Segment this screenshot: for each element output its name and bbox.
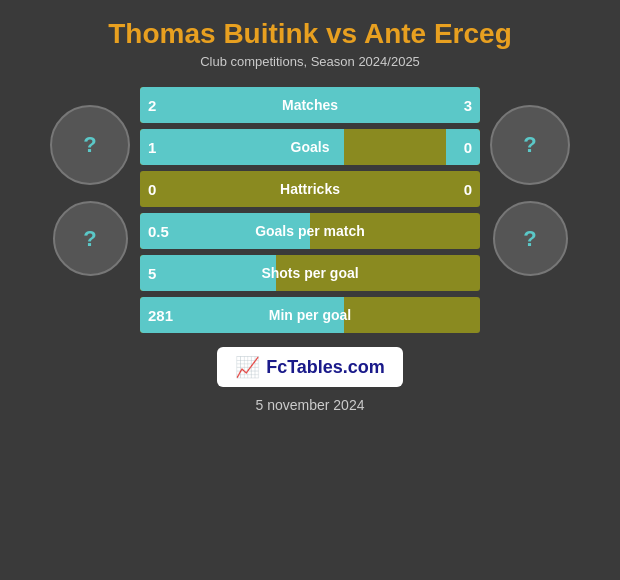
right-player-avatar-small: ?: [493, 201, 568, 276]
left-player-avatar: ?: [50, 105, 130, 185]
left-player-column: ? ?: [50, 87, 130, 276]
bar-bg-0: 2Matches3: [140, 87, 480, 123]
left-avatar-placeholder-small: ?: [83, 226, 96, 252]
stat-row-5: 281Min per goal: [140, 297, 480, 333]
bar-bg-3: 0.5Goals per match: [140, 213, 480, 249]
bar-right-value-2: 0: [464, 181, 472, 198]
bar-left-value-0: 2: [148, 97, 156, 114]
bar-label-4: Shots per goal: [261, 265, 358, 281]
right-player-avatar: ?: [490, 105, 570, 185]
bar-bg-4: 5Shots per goal: [140, 255, 480, 291]
stat-row-1: 1Goals0: [140, 129, 480, 165]
page-subtitle: Club competitions, Season 2024/2025: [200, 54, 420, 69]
date-text: 5 november 2024: [256, 397, 365, 413]
bar-right-value-0: 3: [464, 97, 472, 114]
main-container: Thomas Buitink vs Ante Erceg Club compet…: [0, 0, 620, 580]
bar-left-value-4: 5: [148, 265, 156, 282]
bar-left-value-3: 0.5: [148, 223, 169, 240]
bar-left-value-1: 1: [148, 139, 156, 156]
bars-column: 2Matches31Goals00Hattricks00.5Goals per …: [140, 87, 480, 333]
right-avatar-placeholder: ?: [523, 132, 536, 158]
bar-bg-1: 1Goals0: [140, 129, 480, 165]
bar-label-5: Min per goal: [269, 307, 351, 323]
bar-bg-2: 0Hattricks0: [140, 171, 480, 207]
bar-left-value-2: 0: [148, 181, 156, 198]
bar-label-1: Goals: [291, 139, 330, 155]
bar-label-0: Matches: [282, 97, 338, 113]
bar-left-value-5: 281: [148, 307, 173, 324]
bar-label-3: Goals per match: [255, 223, 365, 239]
stat-row-2: 0Hattricks0: [140, 171, 480, 207]
bar-label-2: Hattricks: [280, 181, 340, 197]
bar-bg-5: 281Min per goal: [140, 297, 480, 333]
stat-row-0: 2Matches3: [140, 87, 480, 123]
right-player-column: ? ?: [490, 87, 570, 276]
stat-row-4: 5Shots per goal: [140, 255, 480, 291]
logo-text: FcTables.com: [266, 357, 385, 378]
right-avatar-placeholder-small: ?: [523, 226, 536, 252]
left-player-avatar-small: ?: [53, 201, 128, 276]
page-title: Thomas Buitink vs Ante Erceg: [108, 18, 512, 50]
logo-section: 📈 FcTables.com: [217, 347, 403, 387]
stats-section: ? ? 2Matches31Goals00Hattricks00.5Goals …: [0, 87, 620, 333]
bar-right-value-1: 0: [464, 139, 472, 156]
left-avatar-placeholder: ?: [83, 132, 96, 158]
stat-row-3: 0.5Goals per match: [140, 213, 480, 249]
logo-icon: 📈: [235, 355, 260, 379]
